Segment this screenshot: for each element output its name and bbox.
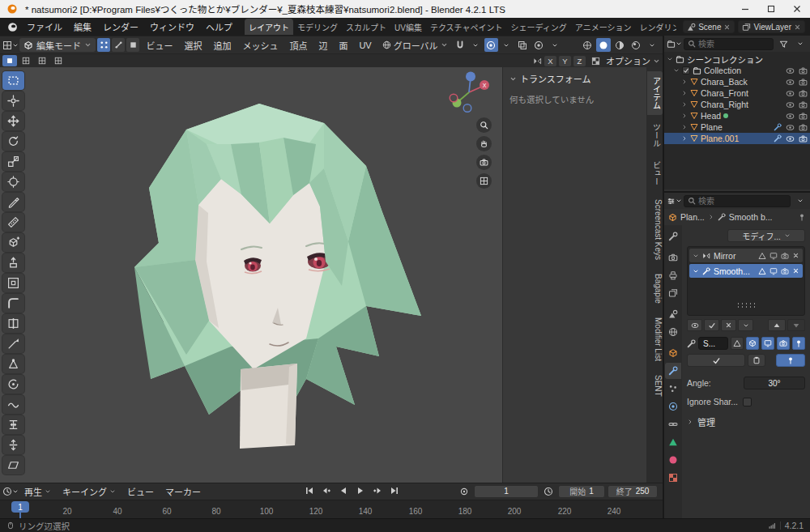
mode-selector[interactable]: 編集モード xyxy=(19,38,96,52)
menu-add[interactable]: 追加 xyxy=(208,36,236,54)
render-camera-icon[interactable] xyxy=(799,112,808,121)
mirror-z-toggle[interactable]: Z xyxy=(573,56,586,66)
overlays-toggle[interactable] xyxy=(531,38,546,52)
render-camera-icon[interactable] xyxy=(799,89,808,98)
on-cage-toggle[interactable] xyxy=(731,337,744,350)
shading-wireframe-button[interactable] xyxy=(580,38,595,52)
outliner-search-input[interactable] xyxy=(698,40,770,49)
tool-scale-button[interactable] xyxy=(2,152,24,171)
remove-modifier-icon[interactable] xyxy=(792,267,799,275)
jump-to-start-button[interactable] xyxy=(301,484,318,497)
collection-checkbox[interactable] xyxy=(682,66,690,74)
sidebar-tab-sent[interactable]: SENT xyxy=(647,369,663,402)
play-reverse-button[interactable] xyxy=(335,484,352,497)
blender-menu-button[interactable] xyxy=(3,20,21,34)
workspace-tab-sculpting[interactable]: スカルプト xyxy=(342,19,390,35)
select-mode-new-button[interactable] xyxy=(2,55,17,66)
tool-annotate-button[interactable] xyxy=(2,193,24,211)
timeline-editor-type-menu[interactable] xyxy=(3,485,18,499)
tool-shrink-fatten-button[interactable] xyxy=(2,436,24,454)
mirror-x-toggle[interactable]: X xyxy=(544,56,556,66)
menu-face[interactable]: 面 xyxy=(334,36,352,54)
menu-window[interactable]: ウィンドウ xyxy=(144,18,200,36)
preview-range-toggle[interactable] xyxy=(541,484,556,498)
breadcrumb-modifier[interactable]: Smooth b... xyxy=(729,212,773,222)
apply-modifier-button[interactable] xyxy=(687,354,745,367)
workspace-tab-shading[interactable]: シェーディング xyxy=(507,19,571,35)
shading-solid-button[interactable] xyxy=(596,38,611,52)
render-camera-icon[interactable] xyxy=(799,123,808,132)
tool-extrude-region-button[interactable] xyxy=(2,253,24,272)
menu-select[interactable]: 選択 xyxy=(179,36,207,54)
disclosure-icon[interactable] xyxy=(681,135,688,142)
tab-particles[interactable] xyxy=(665,381,681,397)
snap-settings-menu[interactable] xyxy=(469,38,483,52)
select-mode-intersect-button[interactable] xyxy=(51,55,66,66)
shading-material-button[interactable] xyxy=(612,38,627,52)
menu-vertex[interactable]: 頂点 xyxy=(284,36,312,54)
viewport-3d[interactable]: X トランスフォーム 何も選択していません アイテム ツール ビュー xyxy=(0,67,663,483)
list-resize-grip[interactable] xyxy=(736,302,756,309)
batch-menu-button[interactable] xyxy=(738,319,753,331)
jump-to-end-button[interactable] xyxy=(386,484,403,497)
shading-rendered-button[interactable] xyxy=(629,38,643,52)
hide-eye-icon[interactable] xyxy=(786,78,795,87)
menu-edge[interactable]: 辺 xyxy=(313,36,332,54)
workspace-tab-layout[interactable]: レイアウト xyxy=(245,19,293,35)
sidebar-tab-item[interactable]: アイテム xyxy=(647,71,663,115)
hide-eye-icon[interactable] xyxy=(786,112,795,121)
properties-editor-type-menu[interactable] xyxy=(667,194,681,208)
select-mode-face-button[interactable] xyxy=(126,38,139,52)
tool-loop-cut-button[interactable] xyxy=(2,314,24,333)
select-mode-subtract-button[interactable] xyxy=(35,55,49,66)
tool-smooth-button[interactable] xyxy=(2,395,24,414)
edit-mode-toggle[interactable] xyxy=(746,337,759,350)
zoom-icon[interactable] xyxy=(476,117,492,133)
outliner-editor-type-menu[interactable] xyxy=(667,37,681,51)
tab-object[interactable] xyxy=(665,345,681,361)
clear-scene-icon[interactable] xyxy=(723,23,731,31)
disclosure-icon[interactable] xyxy=(693,268,699,275)
properties-options-menu[interactable] xyxy=(793,194,808,208)
pan-hand-icon[interactable] xyxy=(476,136,492,151)
outliner-row-plane[interactable]: Plane xyxy=(664,121,810,133)
shading-menu[interactable] xyxy=(645,38,659,52)
proportional-editing-toggle[interactable] xyxy=(484,38,498,52)
tab-material[interactable] xyxy=(665,452,681,468)
workspace-tab-modeling[interactable]: モデリング xyxy=(293,19,342,35)
camera-view-icon[interactable] xyxy=(476,155,492,170)
viewlayer-selector[interactable]: ViewLayer xyxy=(738,20,805,33)
disclosure-icon[interactable] xyxy=(681,113,688,119)
sidebar-tab-modifier-list[interactable]: Modifier List xyxy=(647,312,663,367)
batch-visibility-button[interactable] xyxy=(687,319,702,331)
minimize-button[interactable] xyxy=(732,0,758,18)
pin-modifier-button[interactable] xyxy=(776,354,805,367)
tool-edge-slide-button[interactable] xyxy=(2,415,24,434)
editor-type-menu[interactable] xyxy=(3,38,18,52)
tool-add-cube-button[interactable] xyxy=(2,233,24,252)
tool-bevel-button[interactable] xyxy=(2,294,24,313)
disclosure-icon[interactable] xyxy=(693,253,699,259)
hide-eye-icon[interactable] xyxy=(786,134,795,143)
modifier-row-smooth[interactable]: Smooth... xyxy=(689,264,803,278)
render-camera-icon[interactable] xyxy=(799,100,808,109)
tab-physics[interactable] xyxy=(665,398,681,415)
menu-view[interactable]: ビュー xyxy=(141,36,177,54)
correct-face-attributes-icon[interactable] xyxy=(591,57,600,66)
realtime-toggle[interactable] xyxy=(761,337,774,350)
tab-object-data[interactable] xyxy=(665,434,681,450)
disclosure-icon[interactable] xyxy=(673,67,680,74)
properties-search[interactable] xyxy=(684,195,791,207)
tool-inset-faces-button[interactable] xyxy=(2,274,24,292)
playhead[interactable]: 1 xyxy=(11,501,29,513)
sidebar-tab-tool[interactable]: ツール xyxy=(647,117,663,153)
render-camera-icon[interactable] xyxy=(799,134,808,143)
tab-constraints[interactable] xyxy=(665,416,681,432)
duplicate-modifier-button[interactable] xyxy=(748,354,765,367)
hide-eye-icon[interactable] xyxy=(786,123,795,132)
tab-output[interactable] xyxy=(665,267,681,283)
mirror-y-toggle[interactable]: Y xyxy=(559,56,571,66)
tab-render[interactable] xyxy=(665,249,681,266)
sidebar-tab-bagapie[interactable]: Bagapie xyxy=(647,268,663,309)
tool-move-button[interactable] xyxy=(2,112,24,130)
